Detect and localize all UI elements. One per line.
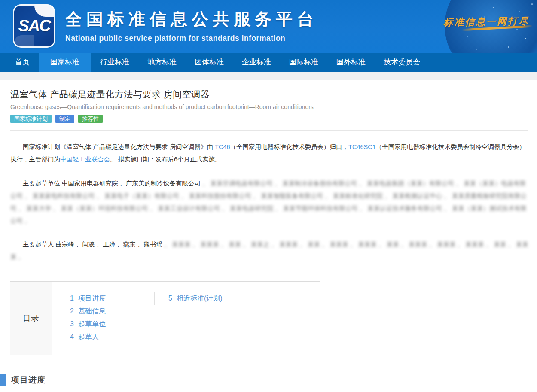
- main-navigation: 首页 国家标准 行业标准 地方标准 团体标准 企业标准 国际标准 国外标准 技术…: [0, 53, 537, 72]
- title-divider: [10, 130, 528, 131]
- tag-recommended: 推荐性: [78, 115, 103, 123]
- project-progress-section-header: 项目进度: [0, 374, 537, 386]
- drafters-visible: 曲宗峰 、闫凌 、王婵 、燕东 、熊书瑶: [54, 241, 164, 248]
- drafting-units-label: 主要起草单位: [23, 180, 60, 187]
- standard-title-en: Greenhouse gases—Quantification requirem…: [10, 103, 528, 110]
- nav-item-international-standards[interactable]: 国际标准: [280, 53, 327, 72]
- toc-label: 目录: [10, 282, 52, 355]
- sac-logo[interactable]: SAC: [14, 6, 54, 46]
- tag-national-standard-plan: 国家标准计划: [10, 115, 52, 123]
- summary-text: （全国家用电器标准化技术委员会）归口，: [230, 143, 349, 150]
- section-rule-line: [53, 380, 537, 380]
- tc46-link[interactable]: TC46: [215, 143, 230, 150]
- nav-item-national-standards[interactable]: 国家标准: [39, 53, 91, 72]
- toc-item-similar-standards[interactable]: 5相近标准(计划): [168, 292, 223, 305]
- toc-column-2: 5相近标准(计划): [154, 292, 223, 305]
- tc46sc1-link[interactable]: TC46SC1: [348, 143, 376, 150]
- department-link[interactable]: 中国轻工业联合会: [60, 156, 110, 163]
- drafting-units-visible: 中国家用电器研究院 、广东美的制冷设备有限公司: [60, 180, 202, 187]
- platform-titles: 全国标准信息公共服务平台 National public service pla…: [65, 8, 318, 43]
- drafters-paragraph: 主要起草人 曲宗峰 、闫凌 、王婵 、燕东 、熊书瑶 、 某某某 、 某某某 、…: [10, 238, 528, 263]
- nav-item-foreign-standards[interactable]: 国外标准: [327, 53, 375, 72]
- summary-text: 国家标准计划《温室气体 产品碳足迹量化方法与要求 房间空调器》由: [23, 143, 215, 150]
- nav-item-home[interactable]: 首页: [6, 53, 39, 72]
- nav-item-enterprise-standards[interactable]: 企业标准: [233, 53, 280, 72]
- platform-title-cn: 全国标准信息公共服务平台: [65, 8, 318, 31]
- site-header: SAC 全国标准信息公共服务平台 National public service…: [0, 0, 537, 53]
- toc-links: 1项目进度 2基础信息 3起草单位 4起草人 5相近标准(计划): [52, 282, 320, 355]
- table-of-contents: 目录 1项目进度 2基础信息 3起草单位 4起草人 5相近标准(计划): [10, 281, 320, 355]
- globe-dots-decoration: [531, 3, 533, 5]
- standard-title-cn: 温室气体 产品碳足迹量化方法与要求 房间空调器: [10, 88, 528, 100]
- tag-row: 国家标准计划 制定 推荐性: [10, 115, 528, 123]
- drafting-units-paragraph: 主要起草单位 中国家用电器研究院 、广东美的制冷设备有限公司 、 某某空调电器有…: [10, 177, 528, 227]
- toc-item-drafters[interactable]: 4起草人: [70, 331, 154, 343]
- toc-item-basic-info[interactable]: 2基础信息: [70, 305, 154, 318]
- nav-item-industry-standards[interactable]: 行业标准: [91, 53, 138, 72]
- page-background-strip: [0, 72, 537, 80]
- section-accent-bar: [0, 374, 6, 386]
- nav-item-technical-committees[interactable]: 技术委员会: [375, 53, 429, 72]
- sac-logo-text: SAC: [18, 17, 50, 35]
- toc-item-drafting-units[interactable]: 3起草单位: [70, 318, 154, 331]
- nav-item-group-standards[interactable]: 团体标准: [186, 53, 233, 72]
- summary-paragraph: 国家标准计划《温室气体 产品碳足迹量化方法与要求 房间空调器》由 TC46（全国…: [10, 141, 528, 166]
- main-content: 温室气体 产品碳足迹量化方法与要求 房间空调器 Greenhouse gases…: [0, 88, 537, 355]
- project-progress-heading: 项目进度: [11, 374, 46, 386]
- tag-formulation: 制定: [55, 115, 74, 123]
- nav-item-local-standards[interactable]: 地方标准: [138, 53, 186, 72]
- summary-text: 。 拟实施日期：发布后6个月正式实施。: [110, 156, 221, 163]
- toc-column-1: 1项目进度 2基础信息 3起草单位 4起草人: [70, 292, 154, 343]
- drafters-label: 主要起草人: [23, 241, 54, 248]
- platform-title-en: National public service platform for sta…: [65, 34, 318, 43]
- toc-item-project-progress[interactable]: 1项目进度: [70, 292, 154, 305]
